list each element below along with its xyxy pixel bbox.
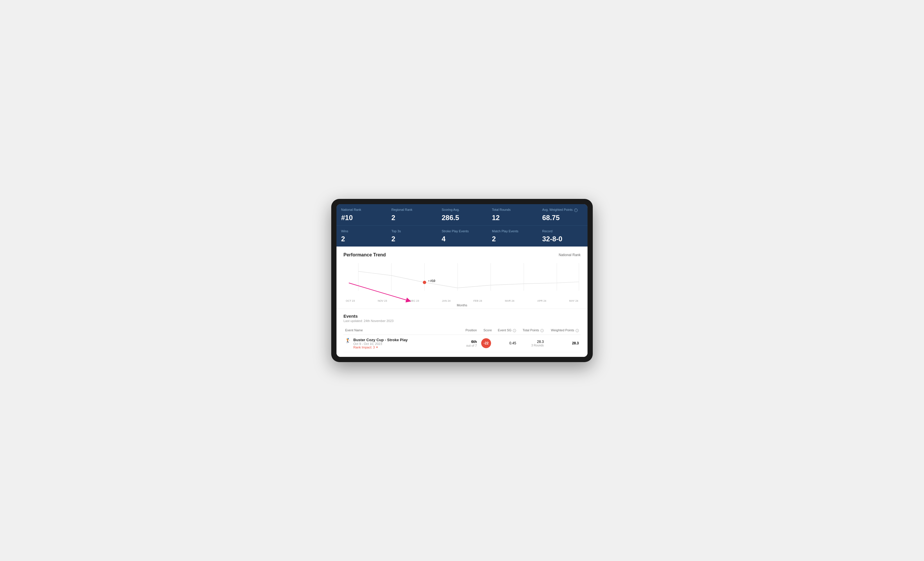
position-of: out of 7 <box>464 344 477 347</box>
stats-row2: Wins 2 Top 3s 2 Stroke Play Events 4 Mat… <box>336 226 588 247</box>
events-table-body: 🏌 Buster Cozy Cup - Stroke Play Oct 9 - … <box>344 335 580 352</box>
weighted-points-cell: 28.3 <box>545 335 580 352</box>
stat-wins-label: Wins <box>341 229 382 233</box>
col-event-name: Event Name <box>344 326 462 335</box>
stat-record-label: Record <box>542 229 583 233</box>
stat-stroke-play-value: 4 <box>442 235 482 243</box>
stat-scoring-avg-label: Scoring Avg. <box>442 208 482 212</box>
position-value: 6th <box>464 340 477 344</box>
events-table: Event Name Position Score Event SG i Tot… <box>344 326 580 352</box>
rank-impact: Rank Impact: 3 ▼ <box>353 346 408 349</box>
x-label-mar24: MAR 24 <box>505 299 514 302</box>
stat-national-rank-label: National Rank <box>341 208 382 212</box>
stat-avg-weighted-points: Avg. Weighted Points i 68.75 <box>537 204 588 225</box>
col-weighted-points: Weighted Points i <box>545 326 580 335</box>
x-label-may24: MAY 24 <box>569 299 578 302</box>
chart-months-label: Months <box>344 304 580 307</box>
stat-match-play-label: Match Play Events <box>492 229 532 233</box>
perf-title: Performance Trend <box>344 252 386 257</box>
stat-stroke-play: Stroke Play Events 4 <box>437 226 487 247</box>
stat-record-value: 32-8-0 <box>542 235 583 243</box>
weighted-points-info-icon: i <box>576 329 579 332</box>
stat-top3s-label: Top 3s <box>392 229 432 233</box>
stat-scoring-avg: Scoring Avg. 286.5 <box>437 204 487 225</box>
event-name: Buster Cozy Cup - Stroke Play <box>353 338 408 342</box>
x-label-nov23: NOV 23 <box>378 299 387 302</box>
stat-top3s-value: 2 <box>392 235 432 243</box>
stat-stroke-play-label: Stroke Play Events <box>442 229 482 233</box>
performance-chart: • #10 <box>344 262 580 297</box>
total-rounds: 3 Rounds <box>519 344 544 347</box>
event-sg-cell: 0.45 <box>494 335 518 352</box>
stat-national-rank-value: #10 <box>341 214 382 222</box>
total-points-cell: 28.3 3 Rounds <box>518 335 545 352</box>
score-badge: -22 <box>481 338 491 348</box>
stat-record: Record 32-8-0 <box>537 226 588 247</box>
tablet-screen: National Rank #10 Regional Rank 2 Scorin… <box>336 204 588 357</box>
events-last-updated: Last updated: 24th November 2023 <box>344 319 580 323</box>
chart-container: • #10 OCT 23 NOV 23 DEC 23 JAN 24 FEB 24… <box>344 262 580 303</box>
col-total-points: Total Points i <box>518 326 545 335</box>
stat-wins: Wins 2 <box>336 226 387 247</box>
stat-wins-value: 2 <box>341 235 382 243</box>
events-section: Events Last updated: 24th November 2023 … <box>336 309 588 357</box>
stat-scoring-avg-value: 286.5 <box>442 214 482 222</box>
event-icon: 🏌 <box>345 338 351 343</box>
total-points-info-icon: i <box>540 329 544 332</box>
stats-row1: National Rank #10 Regional Rank 2 Scorin… <box>336 204 588 225</box>
x-label-apr24: APR 24 <box>537 299 546 302</box>
stat-total-rounds-label: Total Rounds <box>492 208 532 212</box>
stat-regional-rank-value: 2 <box>392 214 432 222</box>
stat-regional-rank-label: Regional Rank <box>392 208 432 212</box>
x-label-jan24: JAN 24 <box>442 299 451 302</box>
chart-point <box>423 281 426 284</box>
perf-label: National Rank <box>559 253 580 257</box>
position-cell: 6th out of 7 <box>462 335 478 352</box>
stat-avg-weighted-value: 68.75 <box>542 214 583 222</box>
stat-match-play-value: 2 <box>492 235 532 243</box>
stat-total-rounds-value: 12 <box>492 214 532 222</box>
col-event-sg: Event SG i <box>494 326 518 335</box>
stat-match-play: Match Play Events 2 <box>487 226 537 247</box>
event-sg-info-icon: i <box>513 329 516 332</box>
x-label-feb24: FEB 24 <box>473 299 482 302</box>
perf-header: Performance Trend National Rank <box>344 252 580 257</box>
score-cell: -22 <box>478 335 494 352</box>
stat-national-rank: National Rank #10 <box>336 204 387 225</box>
stat-avg-weighted-label: Avg. Weighted Points i <box>542 208 583 212</box>
rank-impact-arrow-icon: ▼ <box>376 346 378 349</box>
event-date: Oct 9 - Oct 10, 2023 <box>353 342 408 346</box>
avg-weighted-info-icon: i <box>574 208 578 212</box>
stat-top3s: Top 3s 2 <box>387 226 437 247</box>
chart-x-axis: OCT 23 NOV 23 DEC 23 JAN 24 FEB 24 MAR 2… <box>344 298 580 302</box>
events-table-header: Event Name Position Score Event SG i Tot… <box>344 326 580 335</box>
table-row: 🏌 Buster Cozy Cup - Stroke Play Oct 9 - … <box>344 335 580 352</box>
performance-section: Performance Trend National Rank <box>336 247 588 309</box>
events-title: Events <box>344 314 580 319</box>
event-cell: 🏌 Buster Cozy Cup - Stroke Play Oct 9 - … <box>344 335 462 352</box>
stat-regional-rank: Regional Rank 2 <box>387 204 437 225</box>
chart-point-label: • #10 <box>428 279 435 283</box>
x-label-oct23: OCT 23 <box>346 299 355 302</box>
tablet-frame: National Rank #10 Regional Rank 2 Scorin… <box>331 199 593 362</box>
x-label-dec23: DEC 23 <box>410 299 419 302</box>
col-score: Score <box>478 326 494 335</box>
content-area: National Rank #10 Regional Rank 2 Scorin… <box>336 204 588 357</box>
col-position: Position <box>462 326 478 335</box>
stat-total-rounds: Total Rounds 12 <box>487 204 537 225</box>
